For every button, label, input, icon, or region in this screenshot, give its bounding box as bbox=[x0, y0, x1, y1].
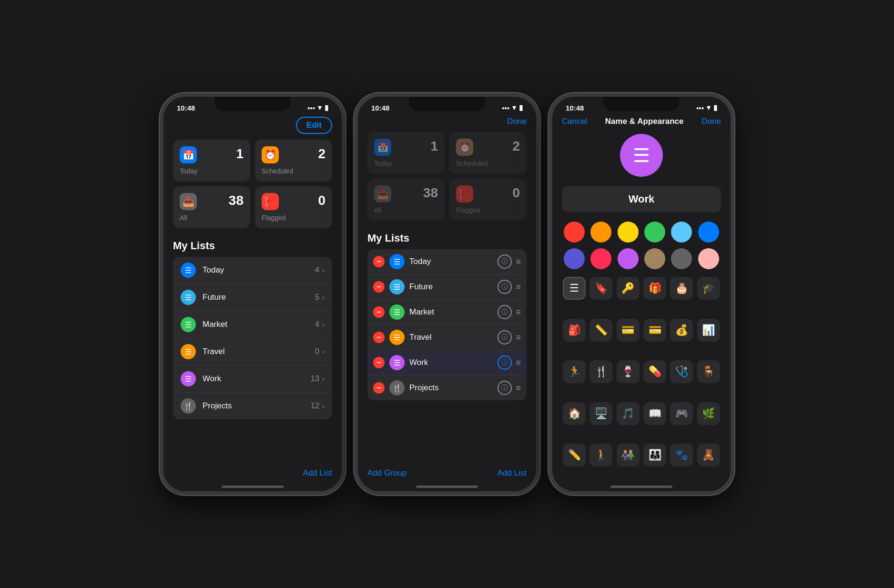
color-indigo[interactable] bbox=[564, 248, 585, 269]
screen-2: Done 📅 1 Today ⏰ 2 Scheduled 📥 bbox=[358, 115, 536, 482]
info-market[interactable]: ⓘ bbox=[498, 305, 512, 319]
icon-couple[interactable]: 👫 bbox=[617, 444, 640, 466]
smart-card-scheduled[interactable]: ⏰ 2 Scheduled bbox=[255, 140, 332, 182]
info-projects[interactable]: ⓘ bbox=[498, 381, 512, 395]
color-tan[interactable] bbox=[644, 248, 665, 269]
icon-money[interactable]: 💰 bbox=[670, 319, 693, 342]
icon-run[interactable]: 🏃 bbox=[563, 360, 586, 383]
list-count-work: 13 bbox=[310, 374, 319, 384]
icon-wine[interactable]: 🍷 bbox=[617, 360, 640, 383]
all-count: 38 bbox=[229, 193, 244, 208]
info-travel[interactable]: ⓘ bbox=[498, 330, 512, 345]
color-green[interactable] bbox=[644, 222, 665, 243]
icon-paw[interactable]: 🐾 bbox=[670, 444, 693, 466]
edit-icon-market: ☰ bbox=[389, 304, 405, 320]
smart-card-today[interactable]: 📅 1 Today bbox=[173, 140, 250, 182]
color-pink[interactable] bbox=[590, 248, 611, 269]
icon-pencil[interactable]: ✏️ bbox=[563, 444, 586, 466]
icon-person[interactable]: 🚶 bbox=[589, 444, 612, 466]
icon-ruler[interactable]: 📏 bbox=[589, 319, 612, 342]
color-yellow[interactable] bbox=[618, 222, 639, 243]
edit-name-projects: Projects bbox=[409, 383, 498, 393]
drag-travel[interactable]: ≡ bbox=[516, 333, 521, 343]
remove-work[interactable]: − bbox=[373, 357, 385, 368]
smart-card-flagged[interactable]: 🚩 0 Flagged bbox=[255, 186, 332, 228]
drag-market[interactable]: ≡ bbox=[516, 307, 521, 317]
list-item-market[interactable]: ☰ Market 4 › bbox=[173, 311, 332, 338]
color-purple[interactable] bbox=[618, 248, 639, 269]
icon-gift[interactable]: 🎁 bbox=[643, 277, 666, 300]
icon-list[interactable]: ☰ bbox=[563, 277, 586, 300]
color-blue[interactable] bbox=[698, 222, 719, 243]
list-item-work[interactable]: ☰ Work 13 › bbox=[173, 365, 332, 393]
edit-item-work[interactable]: − ☰ Work ⓘ ≡ bbox=[367, 350, 527, 375]
icon-home[interactable]: 🏠 bbox=[563, 402, 586, 425]
icon-music[interactable]: 🎵 bbox=[617, 402, 640, 425]
list-icon-market: ☰ bbox=[181, 317, 196, 332]
drag-future[interactable]: ≡ bbox=[516, 282, 521, 292]
edit-icon-today: ☰ bbox=[389, 254, 405, 269]
nav-bar-1: Edit bbox=[173, 115, 332, 140]
wifi-icon-3: ▾ bbox=[707, 103, 711, 112]
edit-item-projects[interactable]: − 🍴 Projects ⓘ ≡ bbox=[367, 375, 527, 400]
icon-chair[interactable]: 🪑 bbox=[697, 360, 720, 383]
icon-cake[interactable]: 🎂 bbox=[670, 277, 693, 300]
remove-market[interactable]: − bbox=[373, 306, 385, 318]
edit-item-travel[interactable]: − ☰ Travel ⓘ ≡ bbox=[367, 325, 527, 350]
list-item-future[interactable]: ☰ Future 5 › bbox=[173, 284, 332, 311]
icon-card1[interactable]: 💳 bbox=[617, 319, 640, 342]
icon-book[interactable]: 📖 bbox=[643, 402, 666, 425]
info-future[interactable]: ⓘ bbox=[498, 280, 512, 294]
done-button-3[interactable]: Done bbox=[701, 117, 721, 126]
icon-family[interactable]: 👨‍👩‍👧 bbox=[643, 444, 666, 466]
icon-game[interactable]: 🎮 bbox=[670, 402, 693, 425]
add-list-button-2[interactable]: Add List bbox=[498, 468, 527, 478]
list-name-travel: Travel bbox=[203, 347, 315, 356]
cancel-button[interactable]: Cancel bbox=[562, 117, 587, 126]
icon-fork[interactable]: 🍴 bbox=[589, 360, 612, 383]
done-button-2[interactable]: Done bbox=[507, 117, 527, 126]
list-item-travel[interactable]: ☰ Travel 0 › bbox=[173, 338, 332, 365]
icon-chart[interactable]: 📊 bbox=[697, 319, 720, 342]
list-name-input[interactable] bbox=[562, 186, 721, 212]
smart-card-all[interactable]: 📥 38 All bbox=[173, 186, 250, 228]
icon-bookmark[interactable]: 🔖 bbox=[589, 277, 612, 300]
info-today[interactable]: ⓘ bbox=[498, 254, 512, 269]
color-orange[interactable] bbox=[590, 222, 611, 243]
remove-today[interactable]: − bbox=[373, 256, 385, 267]
icon-key[interactable]: 🔑 bbox=[617, 277, 640, 300]
edit-button[interactable]: Edit bbox=[296, 117, 332, 134]
wifi-icon: ▾ bbox=[318, 103, 322, 112]
color-lightpink[interactable] bbox=[698, 248, 719, 269]
list-preview-icon: ☰ bbox=[620, 134, 663, 177]
icon-monitor[interactable]: 🖥️ bbox=[589, 402, 612, 425]
add-group-button[interactable]: Add Group bbox=[367, 468, 406, 478]
icon-bear[interactable]: 🧸 bbox=[697, 444, 720, 466]
edit-item-future[interactable]: − ☰ Future ⓘ ≡ bbox=[367, 274, 527, 300]
edit-item-market[interactable]: − ☰ Market ⓘ ≡ bbox=[367, 300, 527, 325]
edit-name-today: Today bbox=[409, 257, 498, 266]
remove-travel[interactable]: − bbox=[373, 332, 385, 343]
add-list-button[interactable]: Add List bbox=[303, 468, 332, 478]
remove-projects[interactable]: − bbox=[373, 382, 385, 394]
color-lightblue[interactable] bbox=[671, 222, 692, 243]
color-gray[interactable] bbox=[671, 248, 692, 269]
remove-future[interactable]: − bbox=[373, 281, 385, 293]
icon-bag[interactable]: 🎒 bbox=[563, 319, 586, 342]
icon-card2[interactable]: 💳 bbox=[643, 319, 666, 342]
all-count-2: 38 bbox=[423, 185, 438, 201]
icon-pill[interactable]: 💊 bbox=[643, 360, 666, 383]
icon-health[interactable]: 🩺 bbox=[670, 360, 693, 383]
edit-name-work: Work bbox=[409, 358, 498, 367]
info-work[interactable]: ⓘ bbox=[498, 355, 512, 370]
icon-graduation[interactable]: 🎓 bbox=[697, 277, 720, 300]
list-item-projects[interactable]: 🍴 Projects 12 › bbox=[173, 393, 332, 419]
edit-item-today[interactable]: − ☰ Today ⓘ ≡ bbox=[367, 249, 527, 274]
color-red[interactable] bbox=[564, 222, 585, 243]
drag-projects[interactable]: ≡ bbox=[516, 383, 521, 393]
drag-today[interactable]: ≡ bbox=[516, 257, 521, 267]
drag-work[interactable]: ≡ bbox=[516, 358, 521, 368]
list-item-today[interactable]: ☰ Today 4 › bbox=[173, 257, 332, 284]
flagged-icon: 🚩 bbox=[262, 193, 279, 210]
icon-leaf[interactable]: 🌿 bbox=[697, 402, 720, 425]
